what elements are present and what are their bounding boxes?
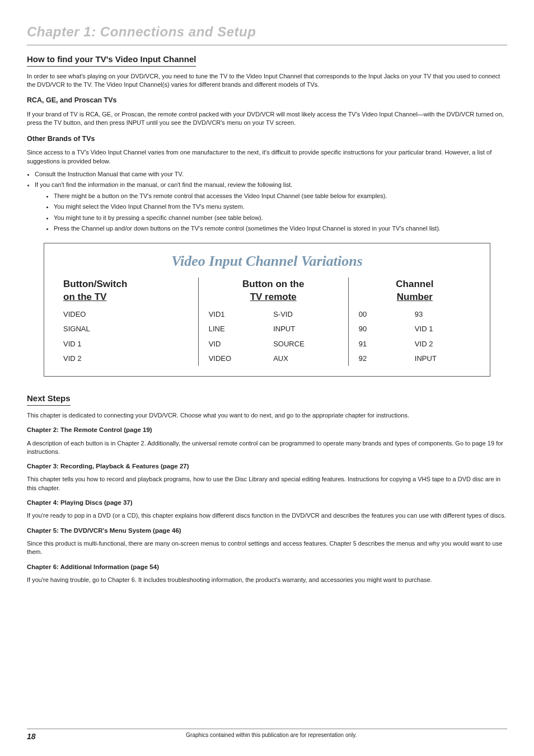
body-text: This chapter tells you how to record and… [27, 475, 507, 492]
body-text: This chapter is dedicated to connecting … [27, 411, 507, 420]
table-cell: VID 2 [63, 351, 188, 366]
table-cell: VIDEO [63, 307, 188, 322]
list-item: There might be a button on the TV's remo… [54, 192, 507, 200]
variations-table: Video Input Channel Variations Button/Sw… [44, 243, 490, 377]
divider [27, 45, 507, 45]
table-cell: VID 1 [63, 337, 188, 351]
table-row: 92INPUT [359, 351, 471, 366]
subheading-rca: RCA, GE, and Proscan TVs [27, 96, 507, 106]
table-title: Video Input Channel Variations [60, 251, 474, 271]
table-row: VIDSOURCE [209, 337, 338, 351]
subheading-other-brands: Other Brands of TVs [27, 134, 507, 144]
footer-text: Graphics contained within this publicati… [186, 731, 357, 743]
chapter-ref-heading: Chapter 6: Additional Information (page … [27, 562, 507, 571]
body-text: In order to see what's playing on your D… [27, 72, 507, 90]
body-text: If you're ready to pop in a DVD (or a CD… [27, 511, 507, 520]
chapter-ref-heading: Chapter 4: Playing Discs (page 37) [27, 498, 507, 507]
bullet-list: Consult the Instruction Manual that came… [28, 170, 507, 190]
table-row: 90VID 1 [359, 322, 471, 336]
body-text: Since access to a TV's Video Input Chann… [27, 148, 507, 166]
table-header: ChannelNumber [359, 278, 471, 304]
body-text: A description of each button is in Chapt… [27, 439, 507, 457]
table-col-channel-number: ChannelNumber 0093 90VID 1 91VID 2 92INP… [349, 278, 474, 366]
chapter-ref-heading: Chapter 2: The Remote Control (page 19) [27, 425, 507, 434]
page-number: 18 [27, 731, 36, 743]
table-header: Button on theTV remote [209, 278, 338, 304]
table-row: 91VID 2 [359, 337, 471, 351]
body-text: If your brand of TV is RCA, GE, or Prosc… [27, 110, 507, 128]
table-row: VIDEOAUX [209, 351, 338, 366]
bullet-list-inner: There might be a button on the TV's remo… [46, 192, 507, 233]
table-row: LINEINPUT [209, 322, 338, 336]
body-text: Since this product is multi-functional, … [27, 539, 507, 557]
table-row: 0093 [359, 307, 471, 322]
table-header: Button/Switchon the TV [63, 278, 188, 304]
chapter-ref-heading: Chapter 3: Recording, Playback & Feature… [27, 462, 507, 471]
table-row: VID1S-VID [209, 307, 338, 322]
section-heading-next-steps: Next Steps [27, 392, 71, 406]
chapter-ref-heading: Chapter 5: The DVD/VCR's Menu System (pa… [27, 526, 507, 535]
table-col-button-remote: Button on theTV remote VID1S-VID LINEINP… [198, 278, 349, 366]
chapter-title: Chapter 1: Connections and Setup [27, 22, 507, 41]
list-item: If you can't find the information in the… [35, 181, 507, 189]
table-cell: SIGNAL [63, 322, 188, 336]
list-item: Consult the Instruction Manual that came… [35, 170, 507, 179]
body-text: If you're having trouble, go to Chapter … [27, 576, 507, 584]
table-col-button-switch: Button/Switchon the TV VIDEO SIGNAL VID … [60, 278, 198, 366]
list-item: Press the Channel up and/or down buttons… [54, 224, 507, 233]
list-item: You might select the Video Input Channel… [54, 203, 507, 211]
list-item: You might tune to it by pressing a speci… [54, 214, 507, 222]
section-heading-video-input: How to find your TV's Video Input Channe… [27, 53, 196, 67]
page-footer: 18 Graphics contained within this public… [27, 729, 507, 743]
